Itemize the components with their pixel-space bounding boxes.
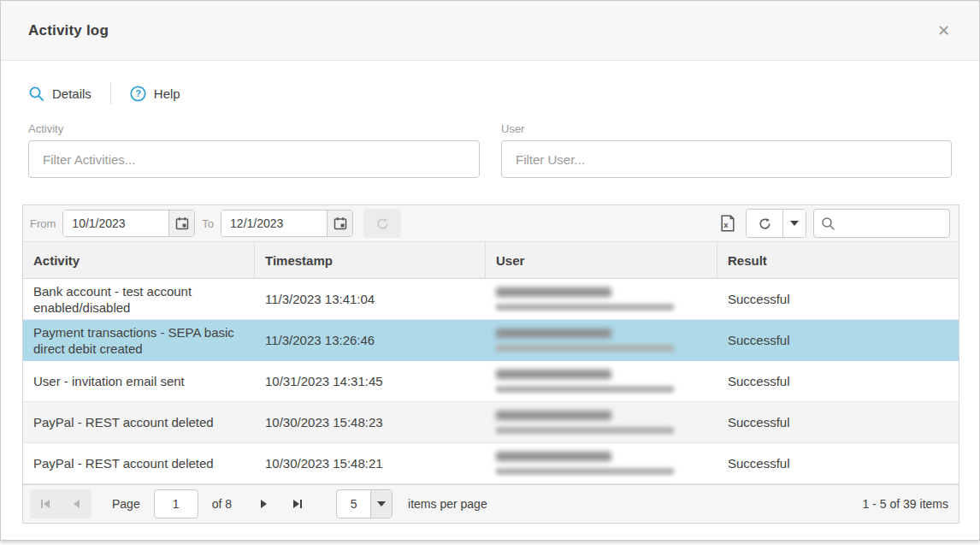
page-size-select[interactable]: 5 xyxy=(336,489,393,518)
dropdown-arrow-icon xyxy=(377,501,386,506)
search-icon xyxy=(821,216,835,231)
svg-text:?: ? xyxy=(135,88,141,98)
activity-filter-input[interactable] xyxy=(28,140,480,178)
next-page-button[interactable] xyxy=(249,489,278,518)
svg-text:x: x xyxy=(723,220,729,229)
redacted-user-email xyxy=(496,427,674,434)
user-filter-label: User xyxy=(501,122,952,135)
help-icon: ? xyxy=(130,86,146,102)
redacted-user-email xyxy=(496,468,674,475)
cell-timestamp: 11/3/2023 13:41:04 xyxy=(255,279,486,319)
activity-grid: From To xyxy=(22,204,959,524)
redacted-user-email xyxy=(496,304,674,311)
reload-split-button xyxy=(746,209,806,238)
cell-result: Successful xyxy=(717,361,959,401)
table-row[interactable]: User - invitation email sent 10/31/2023 … xyxy=(23,361,959,402)
page-number-input[interactable] xyxy=(154,489,198,518)
close-icon[interactable]: ✕ xyxy=(934,20,953,42)
user-filter-input[interactable] xyxy=(501,140,952,178)
table-header: Activity Timestamp User Result xyxy=(23,242,959,279)
refresh-icon xyxy=(375,216,390,231)
to-label: To xyxy=(202,217,214,230)
apply-dates-button xyxy=(363,209,401,238)
redacted-user-name xyxy=(496,287,611,297)
calendar-icon xyxy=(334,216,347,230)
page-size-value: 5 xyxy=(337,490,370,518)
grid-search-input[interactable] xyxy=(841,216,942,230)
cell-result: Successful xyxy=(717,402,959,442)
first-page-button[interactable] xyxy=(30,489,61,518)
grid-toolbar: From To xyxy=(23,205,959,242)
cell-activity: User - invitation email sent xyxy=(23,361,255,401)
seek-start-icon xyxy=(41,500,43,508)
redacted-user-email xyxy=(496,345,674,352)
cell-timestamp: 10/30/2023 15:48:21 xyxy=(255,443,486,483)
table-row-selected[interactable]: Payment transactions - SEPA basic direct… xyxy=(23,320,959,361)
to-date-input[interactable] xyxy=(221,210,327,236)
cell-timestamp: 11/3/2023 13:26:46 xyxy=(255,320,486,360)
redacted-user-name xyxy=(496,370,611,379)
cell-user-redacted xyxy=(486,320,717,360)
from-calendar-button[interactable] xyxy=(168,210,194,236)
activity-filter-label: Activity xyxy=(28,122,480,135)
last-page-button[interactable] xyxy=(283,489,312,518)
help-label: Help xyxy=(154,86,180,101)
cell-user-redacted xyxy=(486,361,717,401)
dropdown-arrow-icon xyxy=(790,221,799,226)
activity-filter-group: Activity xyxy=(28,122,480,178)
cell-timestamp: 10/30/2023 15:48:23 xyxy=(255,402,486,442)
cell-user-redacted xyxy=(486,402,717,442)
activity-log-dialog: Activity log ✕ Details ? Help Activity U… xyxy=(0,0,980,541)
table-row[interactable]: PayPal - REST account deleted 10/30/2023… xyxy=(23,402,959,443)
cell-timestamp: 10/31/2023 14:31:45 xyxy=(255,361,486,401)
page-count-label: of 8 xyxy=(212,497,232,511)
redacted-user-name xyxy=(496,411,611,420)
column-header-user[interactable]: User xyxy=(486,242,717,278)
from-label: From xyxy=(30,217,56,230)
items-per-page-label: items per page xyxy=(408,497,487,511)
cell-user-redacted xyxy=(486,279,717,319)
pager-nav-disabled-group xyxy=(30,489,92,518)
cell-result: Successful xyxy=(717,279,959,319)
filter-row: Activity User xyxy=(28,122,952,178)
previous-page-button[interactable] xyxy=(61,489,92,518)
details-label: Details xyxy=(52,86,92,101)
dialog-titlebar: Activity log ✕ xyxy=(1,1,979,61)
grid-search-box xyxy=(813,209,950,238)
cell-result: Successful xyxy=(717,443,959,483)
table-row[interactable]: Bank account - test account enabled/disa… xyxy=(23,279,959,320)
cell-activity: Payment transactions - SEPA basic direct… xyxy=(23,320,255,360)
dialog-toolbar: Details ? Help xyxy=(28,81,952,105)
page-label: Page xyxy=(112,497,140,511)
from-date-input[interactable] xyxy=(63,210,168,236)
seek-end-icon xyxy=(293,500,299,508)
reload-dropdown-arrow-icon[interactable] xyxy=(782,210,806,237)
column-header-timestamp[interactable]: Timestamp xyxy=(255,242,486,278)
search-icon xyxy=(28,86,44,102)
excel-export-icon[interactable]: x xyxy=(717,211,739,235)
chevron-left-icon xyxy=(74,500,80,508)
pager-info: 1 - 5 of 39 items xyxy=(863,497,948,511)
toolbar-divider xyxy=(110,82,111,104)
table-row[interactable]: PayPal - REST account deleted 10/30/2023… xyxy=(23,443,959,484)
cell-user-redacted xyxy=(486,443,717,483)
page-title: Activity log xyxy=(28,22,109,39)
help-button[interactable]: ? Help xyxy=(130,86,180,102)
page-size-arrow xyxy=(370,490,392,518)
chevron-right-icon xyxy=(261,500,267,508)
from-datepicker xyxy=(62,210,195,237)
redacted-user-name xyxy=(496,452,611,461)
calendar-icon xyxy=(175,216,189,230)
column-header-result[interactable]: Result xyxy=(717,242,959,278)
to-calendar-button[interactable] xyxy=(327,210,352,236)
redacted-user-email xyxy=(496,386,674,393)
cell-activity: PayPal - REST account deleted xyxy=(23,443,255,483)
reload-icon[interactable] xyxy=(747,210,782,237)
cell-activity: PayPal - REST account deleted xyxy=(23,402,255,442)
column-header-activity[interactable]: Activity xyxy=(23,242,255,278)
user-filter-group: User xyxy=(501,122,952,178)
pager: Page of 8 5 items per page 1 - 5 of 39 i… xyxy=(23,484,959,523)
cell-activity: Bank account - test account enabled/disa… xyxy=(23,279,255,319)
cell-result: Successful xyxy=(717,320,959,360)
details-button[interactable]: Details xyxy=(28,86,92,102)
